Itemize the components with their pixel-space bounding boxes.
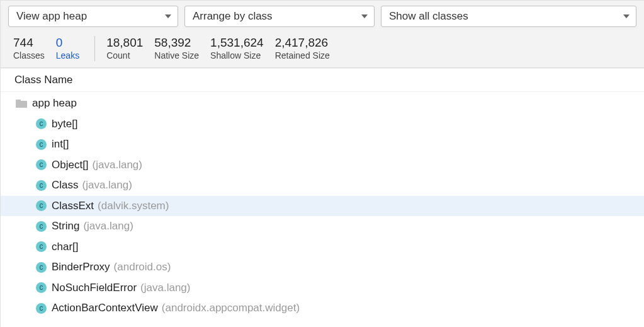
stat-classes-label: Classes (13, 50, 45, 60)
class-name: ClassExt (52, 200, 94, 212)
class-name: int[] (52, 138, 69, 151)
column-header-class-name[interactable]: Class Name (1, 68, 644, 92)
tree-row[interactable]: byte[] (1, 114, 644, 135)
tree-row[interactable]: Class(java.lang) (1, 175, 644, 196)
stat-leaks-value: 0 (56, 36, 63, 50)
arrange-select[interactable]: Arrange by class (184, 6, 375, 27)
tree-root-label: app heap (32, 97, 77, 110)
class-icon (36, 118, 47, 129)
stat-classes-value: 744 (13, 36, 33, 50)
heap-select[interactable]: View app heap (8, 6, 178, 27)
class-package: (androidx.appcompat.widget) (162, 302, 300, 314)
class-package: (java.lang) (82, 179, 132, 192)
stat-leaks[interactable]: 0 Leaks (56, 36, 91, 60)
tree-row[interactable]: BinderProxy(android.os) (1, 257, 644, 278)
stat-shallow-value: 1,531,624 (210, 36, 264, 50)
class-package: (java.lang) (83, 220, 133, 232)
class-icon (36, 262, 47, 273)
class-name: char[] (52, 241, 79, 253)
class-icon (36, 303, 47, 314)
stats-bar: 744 Classes 0 Leaks 18,801 Count 58,392 … (1, 32, 644, 68)
stat-retained-size: 2,417,826 Retained Size (275, 36, 341, 60)
stat-retained-value: 2,417,826 (275, 36, 329, 50)
filter-toolbar: View app heap Arrange by class Show all … (1, 1, 644, 32)
class-filter-select[interactable]: Show all classes (381, 6, 636, 27)
class-icon (36, 159, 47, 170)
stats-divider (94, 36, 95, 61)
stat-native-value: 58,392 (154, 36, 191, 50)
chevron-down-icon (361, 14, 368, 18)
tree-row[interactable]: Object[](java.lang) (1, 155, 644, 176)
class-tree: app heap byte[]int[]Object[](java.lang)C… (1, 92, 644, 319)
class-name: NoSuchFieldError (52, 282, 137, 294)
class-name: BinderProxy (52, 261, 110, 273)
class-package: (java.lang) (140, 282, 190, 294)
chevron-down-icon (165, 14, 171, 18)
tree-row[interactable]: NoSuchFieldError(java.lang) (1, 278, 644, 299)
arrange-select-value: Arrange by class (193, 10, 273, 23)
class-icon (36, 221, 47, 232)
class-icon (36, 282, 47, 293)
stat-count: 18,801 Count (106, 36, 154, 60)
stat-count-label: Count (106, 50, 130, 60)
stat-retained-label: Retained Size (275, 50, 330, 60)
heap-select-value: View app heap (16, 10, 87, 23)
class-name: ActionBarContextView (52, 302, 158, 314)
tree-row[interactable]: ClassExt(dalvik.system) (1, 196, 644, 217)
class-icon (36, 200, 47, 211)
class-name: String (52, 220, 79, 232)
class-icon (36, 241, 47, 252)
class-filter-value: Show all classes (389, 10, 468, 23)
class-name: Object[] (52, 159, 89, 171)
stat-native-size: 58,392 Native Size (154, 36, 210, 60)
tree-root-row[interactable]: app heap (1, 93, 644, 114)
class-icon (36, 180, 47, 191)
class-package: (dalvik.system) (98, 200, 169, 212)
tree-row[interactable]: String(java.lang) (1, 216, 644, 237)
tree-row[interactable]: int[] (1, 134, 644, 155)
tree-row[interactable]: char[] (1, 237, 644, 258)
class-package: (java.lang) (93, 159, 142, 171)
stat-leaks-label: Leaks (56, 50, 79, 60)
stat-shallow-size: 1,531,624 Shallow Size (210, 36, 275, 60)
class-name: Class (52, 179, 79, 192)
tree-row[interactable]: ActionBarContextView(androidx.appcompat.… (1, 298, 644, 319)
stat-shallow-label: Shallow Size (210, 50, 261, 60)
class-icon (36, 139, 47, 150)
folder-icon (16, 100, 27, 108)
stat-native-label: Native Size (154, 50, 199, 60)
stat-count-value: 18,801 (106, 36, 143, 50)
stat-classes: 744 Classes (13, 36, 56, 60)
class-name: byte[] (52, 118, 78, 130)
class-package: (android.os) (114, 261, 171, 273)
chevron-down-icon (623, 14, 630, 18)
